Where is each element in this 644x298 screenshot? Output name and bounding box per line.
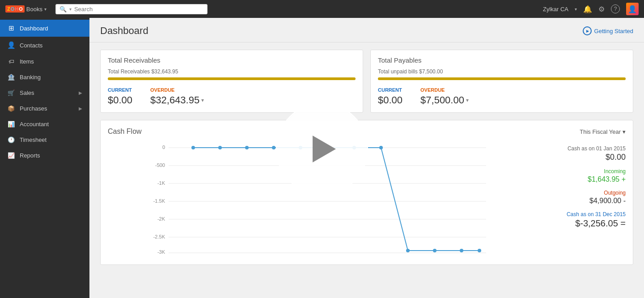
- items-icon: 🏷: [7, 58, 15, 65]
- cash-end-label: Cash as on 31 Dec 2015: [541, 211, 626, 217]
- total-receivables-card: Total Receivables Total Receivables $32,…: [100, 50, 363, 113]
- sidebar-label-sales: Sales: [20, 89, 74, 96]
- receivables-progress-fill: [108, 77, 356, 80]
- payables-overdue-value: $7,500.00 ▾: [420, 94, 469, 106]
- app-caret[interactable]: ▾: [44, 7, 47, 12]
- content-body: Total Receivables Total Receivables $32,…: [89, 43, 644, 272]
- sidebar-label-dashboard: Dashboard: [20, 25, 82, 32]
- payables-overdue-block: OVERDUE $7,500.00 ▾: [420, 87, 469, 106]
- receivables-overdue-value: $32,643.95 ▾: [150, 94, 204, 106]
- cash-incoming: Incoming $1,643.95 +: [541, 168, 626, 183]
- svg-point-17: [272, 146, 275, 149]
- getting-started-button[interactable]: ▶ Getting Started: [583, 26, 633, 35]
- play-button-icon: [313, 136, 336, 162]
- sidebar-item-accountant[interactable]: 📊 Accountant: [0, 116, 89, 132]
- svg-text:-1.5K: -1.5K: [153, 198, 165, 204]
- outgoing-value: $4,900.00 -: [541, 197, 626, 205]
- banking-icon: 🏦: [7, 74, 15, 81]
- receivables-progress-bg: [108, 77, 356, 80]
- svg-point-24: [460, 249, 463, 252]
- cashflow-title: Cash Flow: [108, 128, 142, 136]
- svg-point-25: [478, 249, 481, 252]
- zoho-logo: ZOHO: [5, 5, 25, 13]
- sidebar-item-dashboard[interactable]: ⊞ Dashboard: [0, 20, 89, 37]
- receivables-title: Total Receivables: [108, 56, 356, 64]
- cash-start-label: Cash as on 01 Jan 2015: [541, 145, 626, 152]
- svg-text:-1K: -1K: [157, 180, 165, 186]
- dashboard-icon: ⊞: [7, 24, 15, 32]
- sales-icon: 🛒: [7, 89, 15, 96]
- sidebar-item-banking[interactable]: 🏦 Banking: [0, 69, 89, 85]
- purchases-icon: 📦: [7, 105, 15, 112]
- cards-row: Total Receivables Total Receivables $32,…: [100, 50, 633, 113]
- contacts-icon: 👤: [7, 41, 15, 49]
- receivables-amounts: CURRENT $0.00 OVERDUE $32,643.95 ▾: [108, 87, 356, 106]
- sales-arrow-icon: ▶: [79, 90, 82, 95]
- svg-text:-2.5K: -2.5K: [153, 234, 165, 239]
- top-navigation: ZOHO Books ▾ 🔍 ▾ Zylkar CA ▾ 🔔 ⚙ ? 👤: [0, 0, 644, 18]
- incoming-value: $1,643.95 +: [541, 175, 626, 183]
- sidebar-item-sales[interactable]: 🛒 Sales ▶: [0, 85, 89, 101]
- search-input[interactable]: [74, 6, 203, 13]
- help-icon[interactable]: ?: [611, 4, 620, 13]
- avatar[interactable]: 👤: [626, 3, 639, 15]
- svg-point-21: [379, 146, 383, 149]
- receivables-current-block: CURRENT $0.00: [108, 87, 132, 106]
- search-dropdown-icon[interactable]: ▾: [69, 7, 72, 12]
- org-name[interactable]: Zylkar CA: [543, 6, 568, 13]
- sidebar-item-contacts[interactable]: 👤 Contacts: [0, 37, 89, 54]
- sidebar-item-items[interactable]: 🏷 Items: [0, 54, 89, 69]
- receivables-overdue-caret[interactable]: ▾: [201, 97, 204, 103]
- sidebar-label-timesheet: Timesheet: [20, 136, 82, 143]
- reports-icon: 📈: [7, 152, 15, 159]
- content-header: Dashboard ▶ Getting Started: [89, 18, 644, 43]
- incoming-label: Incoming: [541, 168, 626, 175]
- total-payables-card: Total Payables Total unpaid bills $7,500…: [370, 50, 633, 113]
- receivables-overdue-block: OVERDUE $32,643.95 ▾: [150, 87, 204, 106]
- payables-subtitle: Total unpaid bills $7,500.00: [378, 68, 626, 75]
- svg-point-15: [218, 146, 222, 149]
- fiscal-year-label: This Fiscal Year: [580, 128, 621, 135]
- cash-start-value: $0.00: [541, 153, 626, 162]
- svg-point-22: [406, 249, 410, 252]
- getting-started-label: Getting Started: [594, 28, 633, 34]
- svg-point-16: [245, 146, 249, 149]
- receivables-overdue-label: OVERDUE: [150, 87, 204, 93]
- payables-progress-fill: [378, 77, 626, 80]
- video-overlay[interactable]: [277, 104, 367, 194]
- cashflow-body: 0 -500 -1K -1.5K -2K -2.5K -3K: [108, 141, 626, 257]
- cash-outgoing: Outgoing $4,900.00 -: [541, 190, 626, 205]
- sidebar-label-accountant: Accountant: [20, 121, 82, 128]
- sidebar-label-banking: Banking: [20, 74, 82, 81]
- notifications-icon[interactable]: 🔔: [583, 5, 592, 13]
- cashflow-stats: Cash as on 01 Jan 2015 $0.00 Incoming $1…: [541, 141, 626, 257]
- logo-area[interactable]: ZOHO Books ▾: [5, 5, 47, 13]
- search-icon: 🔍: [59, 6, 67, 13]
- app-name: Books: [26, 6, 42, 13]
- cashflow-card: Cash Flow This Fiscal Year ▾ 0 -500 -1K …: [100, 120, 633, 265]
- payables-overdue-caret[interactable]: ▾: [466, 97, 469, 103]
- settings-icon[interactable]: ⚙: [598, 5, 605, 13]
- receivables-current-label: CURRENT: [108, 87, 132, 93]
- getting-started-play-icon: ▶: [583, 26, 592, 35]
- svg-point-14: [191, 146, 195, 149]
- sidebar: ⊞ Dashboard 👤 Contacts 🏷 Items 🏦 Banking…: [0, 18, 89, 298]
- svg-text:-3K: -3K: [157, 249, 165, 255]
- sidebar-label-contacts: Contacts: [20, 42, 82, 49]
- sidebar-label-purchases: Purchases: [20, 105, 74, 112]
- cash-as-on-start: Cash as on 01 Jan 2015 $0.00: [541, 145, 626, 162]
- sidebar-item-reports[interactable]: 📈 Reports: [0, 148, 89, 163]
- payables-current-label: CURRENT: [378, 87, 402, 93]
- payables-overdue-label: OVERDUE: [420, 87, 469, 93]
- sidebar-label-items: Items: [20, 58, 82, 65]
- sidebar-item-purchases[interactable]: 📦 Purchases ▶: [0, 101, 89, 116]
- fiscal-year-dropdown[interactable]: This Fiscal Year ▾: [580, 128, 626, 135]
- sidebar-item-timesheet[interactable]: 🕐 Timesheet: [0, 132, 89, 148]
- svg-point-23: [433, 249, 436, 252]
- timesheet-icon: 🕐: [7, 136, 15, 143]
- payables-current-block: CURRENT $0.00: [378, 87, 402, 106]
- nav-right: Zylkar CA ▾ 🔔 ⚙ ? 👤: [543, 3, 639, 15]
- org-caret[interactable]: ▾: [575, 7, 577, 12]
- svg-text:-500: -500: [155, 162, 165, 168]
- search-bar[interactable]: 🔍 ▾: [55, 4, 208, 14]
